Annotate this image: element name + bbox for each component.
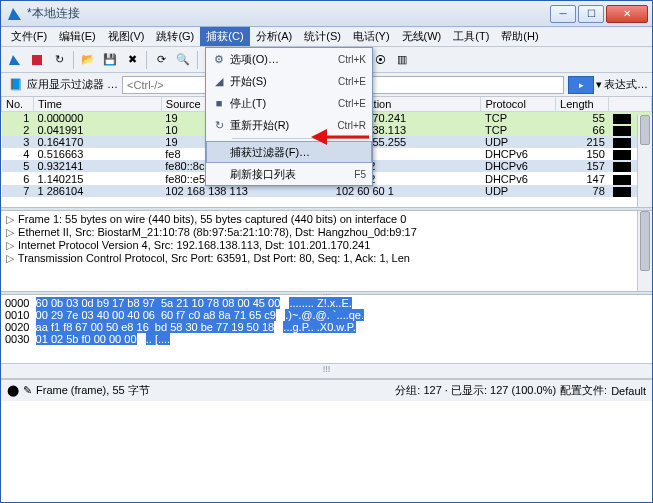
menu-无线[interactable]: 无线(W) <box>396 27 448 46</box>
expression-button[interactable]: 表达式… <box>604 77 648 92</box>
stop-icon[interactable] <box>27 50 47 70</box>
column-header[interactable]: Time <box>33 97 161 112</box>
menu-item[interactable]: ⚙选项(O)…Ctrl+K <box>206 48 372 70</box>
menu-捕获[interactable]: 捕获(C) <box>200 27 249 46</box>
restart-icon[interactable]: ↻ <box>49 50 69 70</box>
menu-电话[interactable]: 电话(Y) <box>347 27 396 46</box>
packet-count-text: 分组: 127 · 已显示: 127 (100.0%) <box>395 383 556 398</box>
close-file-icon[interactable]: ✖ <box>122 50 142 70</box>
close-button[interactable]: ✕ <box>606 5 648 23</box>
column-header[interactable]: No. <box>2 97 34 112</box>
menu-item[interactable]: 刷新接口列表F5 <box>206 163 372 185</box>
detail-line[interactable]: ▷ Ethernet II, Src: BiostarM_21:10:78 (8… <box>5 226 648 239</box>
packet-bytes-pane: 0000 60 0b 03 0d b9 17 b8 97 5a 21 10 78… <box>1 295 652 363</box>
svg-rect-0 <box>32 55 42 65</box>
save-icon[interactable]: 💾 <box>100 50 120 70</box>
gear-icon: ⚙ <box>208 53 230 66</box>
column-header[interactable]: Protocol <box>481 97 556 112</box>
packet-list-scrollbar[interactable] <box>637 115 652 207</box>
title-bar: *本地连接 ─ ☐ ✕ <box>1 1 652 27</box>
sharkfin-icon[interactable] <box>5 50 25 70</box>
menu-bar: 文件(F)编辑(E)视图(V)跳转(G)捕获(C)分析(A)统计(S)电话(Y)… <box>1 27 652 47</box>
resize-columns-icon[interactable]: ▥ <box>392 50 412 70</box>
expert-info-icon[interactable]: ⬤ <box>7 384 19 397</box>
open-icon[interactable]: 📂 <box>78 50 98 70</box>
sharkfin-icon: ◢ <box>208 75 230 88</box>
filter-label: 应用显示过滤器 … <box>27 77 118 92</box>
hex-row[interactable]: 0020 aa f1 f8 67 00 50 e8 16 bd 58 30 be… <box>5 321 648 333</box>
menu-分析[interactable]: 分析(A) <box>250 27 299 46</box>
hex-row[interactable]: 0030 01 02 5b f0 00 00 00 .. [.... <box>5 333 648 345</box>
menu-工具[interactable]: 工具(T) <box>447 27 495 46</box>
menu-item[interactable]: ◢开始(S)Ctrl+E <box>206 70 372 92</box>
menu-帮助[interactable]: 帮助(H) <box>495 27 544 46</box>
table-row[interactable]: 71 286104102 168 138 113102 60 60 1UDP78 <box>2 185 652 197</box>
menu-编辑[interactable]: 编辑(E) <box>53 27 102 46</box>
status-bar: ⬤ ✎ Frame (frame), 55 字节 分组: 127 · 已显示: … <box>1 379 652 401</box>
capture-menu-dropdown: ⚙选项(O)…Ctrl+K◢开始(S)Ctrl+E■停止(T)Ctrl+E↻重新… <box>205 47 373 186</box>
menu-item[interactable]: ■停止(T)Ctrl+E <box>206 92 372 114</box>
profile-value[interactable]: Default <box>611 385 646 397</box>
apply-filter-button[interactable]: ▸ <box>568 76 594 94</box>
menu-文件[interactable]: 文件(F) <box>5 27 53 46</box>
stop-icon: ■ <box>208 97 230 109</box>
details-scrollbar[interactable] <box>637 211 652 291</box>
dropdown-icon[interactable]: ▾ <box>596 78 602 91</box>
hex-row[interactable]: 0000 60 0b 03 0d b9 17 b8 97 5a 21 10 78… <box>5 297 648 309</box>
reload-icon[interactable]: ⟳ <box>151 50 171 70</box>
menu-视图[interactable]: 视图(V) <box>102 27 151 46</box>
hex-row[interactable]: 0010 00 29 7e 03 40 00 40 06 60 f7 c0 a8… <box>5 309 648 321</box>
column-header[interactable] <box>609 97 652 112</box>
detail-line[interactable]: ▷ Transmission Control Protocol, Src Por… <box>5 252 648 265</box>
svg-marker-2 <box>311 129 327 145</box>
status-left-text: Frame (frame), 55 字节 <box>36 383 150 398</box>
minimize-button[interactable]: ─ <box>550 5 576 23</box>
bookmark-icon[interactable]: 📘 <box>9 78 23 91</box>
detail-line[interactable]: ▷ Frame 1: 55 bytes on wire (440 bits), … <box>5 213 648 226</box>
window-title: *本地连接 <box>27 5 548 22</box>
menu-统计[interactable]: 统计(S) <box>298 27 347 46</box>
packet-details-pane: ▷ Frame 1: 55 bytes on wire (440 bits), … <box>1 211 652 291</box>
annotation-arrow <box>311 124 371 150</box>
find-icon[interactable]: 🔍 <box>173 50 193 70</box>
detail-line[interactable]: ▷ Internet Protocol Version 4, Src: 192.… <box>5 239 648 252</box>
hex-tab-strip: !!! <box>1 363 652 379</box>
column-header[interactable]: Length <box>556 97 609 112</box>
wireshark-icon <box>7 6 23 22</box>
bookmark-status-icon[interactable]: ✎ <box>23 384 32 397</box>
profile-label: 配置文件: <box>560 383 607 398</box>
zoom-reset-icon[interactable]: ⦿ <box>370 50 390 70</box>
restart-icon: ↻ <box>208 119 230 132</box>
menu-跳转[interactable]: 跳转(G) <box>150 27 200 46</box>
maximize-button[interactable]: ☐ <box>578 5 604 23</box>
